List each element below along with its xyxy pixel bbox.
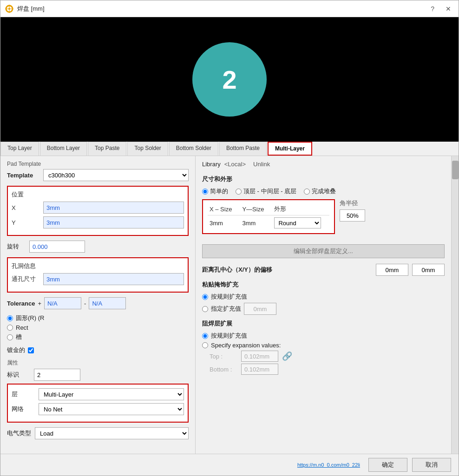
- size-table-container: X – Size Y—Size 外形 3mm 3mm: [202, 199, 445, 239]
- library-value: <Local>: [224, 161, 246, 168]
- tab-bottom-paste[interactable]: Bottom Paste: [219, 142, 267, 156]
- x-label: X: [12, 204, 39, 211]
- size-table-red-box: X – Size Y—Size 外形 3mm 3mm: [202, 199, 335, 234]
- hole-size-input[interactable]: [43, 273, 184, 285]
- hole-size-label: 通孔尺寸: [12, 275, 39, 283]
- solder-top-input[interactable]: [241, 351, 278, 362]
- tolerance-plus-sign: +: [38, 300, 41, 307]
- main-window: 焊盘 [mm] ? ✕ 2 Top Layer Bottom Layer Top…: [0, 0, 459, 476]
- template-select[interactable]: c300h300: [43, 169, 189, 181]
- left-panel: Pad Template Template c300h300 位置 X Y: [0, 156, 196, 454]
- radio-top-mid-bottom[interactable]: 顶层 - 中间层 - 底层: [236, 187, 296, 196]
- net-label: 网络: [12, 405, 35, 413]
- footer: https://m.n0_0.com/m0_22li 确定 取消: [0, 454, 459, 476]
- hole-shape-radio-group: 圆形(R) (R Rect 槽: [7, 314, 189, 341]
- title-bar-left: 焊盘 [mm]: [5, 5, 45, 13]
- offset-y-input[interactable]: [412, 264, 445, 276]
- link-icon[interactable]: 🔗: [282, 351, 292, 361]
- size-shape-section: 尺寸和外形 简单的 顶层 - 中间层 - 底层 完成堆叠: [202, 175, 445, 239]
- tolerance-row: Tolerance + -: [7, 297, 189, 309]
- position-title: 位置: [12, 190, 184, 199]
- paste-radio1[interactable]: 按规则扩充值: [202, 293, 445, 301]
- layer-row: 层 Multi-Layer: [12, 388, 184, 400]
- x-input[interactable]: [43, 202, 184, 214]
- pad-icon: [5, 5, 13, 13]
- plated-checkbox[interactable]: [28, 347, 34, 353]
- tab-multi-layer[interactable]: Multi-Layer: [268, 142, 312, 156]
- elec-type-select[interactable]: Load: [35, 427, 189, 439]
- shape-select[interactable]: Round Rectangular Octagonal Custom: [274, 217, 321, 228]
- tolerance-minus-input[interactable]: [89, 297, 126, 309]
- ok-button[interactable]: 确定: [368, 458, 407, 472]
- right-scrollbar[interactable]: [451, 156, 459, 454]
- pad-template-section: Pad Template Template c300h300: [7, 161, 189, 181]
- pad-template-title: Pad Template: [7, 161, 189, 167]
- hole-title: 孔洞信息: [12, 262, 184, 270]
- solder-radio2[interactable]: Specify expansion values:: [202, 342, 445, 349]
- y-input[interactable]: [43, 216, 184, 228]
- close-button[interactable]: ✕: [443, 4, 454, 13]
- radio-slot[interactable]: 槽: [7, 333, 189, 341]
- layer-label: 层: [12, 390, 35, 398]
- elec-type-label: 电气类型: [7, 429, 31, 437]
- radio-simple[interactable]: 简单的: [202, 187, 228, 196]
- elec-type-row: 电气类型 Load: [7, 427, 189, 439]
- cancel-button[interactable]: 取消: [412, 458, 451, 472]
- pad-number: 2: [222, 65, 236, 95]
- paste-value-input[interactable]: [244, 303, 276, 315]
- paste-section: 粘贴掩饰扩充 按规则扩充值 指定扩充值: [202, 280, 445, 315]
- net-select[interactable]: No Net: [39, 403, 184, 415]
- tolerance-plus-input[interactable]: [44, 297, 81, 309]
- solder-radio1[interactable]: 按规则扩充值: [202, 332, 445, 340]
- rotation-input[interactable]: [29, 241, 85, 253]
- paste-radio2[interactable]: 指定扩充值: [202, 303, 445, 315]
- tolerance-minus-sign: -: [84, 300, 86, 307]
- size-table-row: 3mm 3mm Round Rectangular Octagonal Cust…: [208, 215, 329, 231]
- solder-top-row: Top : 🔗: [210, 351, 445, 362]
- help-button[interactable]: ?: [428, 4, 437, 13]
- shape-cell: Round Rectangular Octagonal Custom: [272, 215, 329, 231]
- paste-radio-group: 按规则扩充值 指定扩充值: [202, 293, 445, 315]
- solder-bottom-label: Bottom :: [210, 366, 237, 373]
- y-label: Y: [12, 219, 39, 226]
- percent-input[interactable]: [340, 209, 365, 222]
- tab-bottom-layer[interactable]: Bottom Layer: [40, 142, 87, 156]
- library-title: Library: [202, 161, 221, 168]
- solder-bottom-row: Bottom :: [210, 364, 445, 375]
- y-size-cell: 3mm: [240, 215, 272, 231]
- y-size-header: Y—Size: [240, 203, 272, 215]
- paste-title: 粘贴掩饰扩充: [202, 280, 445, 289]
- unlink-button[interactable]: Unlink: [253, 161, 270, 168]
- window-title: 焊盘 [mm]: [17, 5, 45, 13]
- radio-round[interactable]: 圆形(R) (R: [7, 314, 189, 322]
- radio-rect[interactable]: Rect: [7, 324, 189, 331]
- net-row: 网络 No Net: [12, 403, 184, 415]
- plated-row: 镀金的: [7, 346, 189, 354]
- x-size-cell: 3mm: [208, 215, 240, 231]
- tab-top-solder[interactable]: Top Solder: [127, 142, 168, 156]
- tolerance-label: Tolerance: [7, 300, 35, 307]
- corner-area: 角半径: [340, 199, 365, 222]
- plated-label: 镀金的: [7, 346, 25, 354]
- size-shape-title: 尺寸和外形: [202, 175, 445, 183]
- title-bar: 焊盘 [mm] ? ✕: [0, 0, 459, 17]
- hole-size-row: 通孔尺寸: [12, 273, 184, 285]
- y-row: Y: [12, 216, 184, 228]
- id-row: 标识: [7, 369, 189, 381]
- library-row: Library <Local> Unlink: [202, 161, 445, 171]
- pad-preview-circle: 2: [192, 42, 267, 117]
- attributes-section: 属性 标识 层 Multi-Layer 网络: [7, 359, 189, 439]
- tab-top-paste[interactable]: Top Paste: [88, 142, 126, 156]
- tab-top-layer[interactable]: Top Layer: [0, 142, 39, 156]
- content-area: Pad Template Template c300h300 位置 X Y: [0, 156, 459, 454]
- radio-full-stack[interactable]: 完成堆叠: [304, 187, 336, 196]
- solder-bottom-input[interactable]: [241, 364, 278, 375]
- layer-select[interactable]: Multi-Layer: [39, 388, 184, 400]
- edit-all-button[interactable]: 编辑全部焊盘层定义...: [202, 244, 445, 258]
- footer-link[interactable]: https://m.n0_0.com/m0_22li: [297, 462, 360, 468]
- tab-bottom-solder[interactable]: Bottom Solder: [169, 142, 218, 156]
- id-input[interactable]: [34, 369, 80, 381]
- corner-radius-label: 角半径: [340, 199, 358, 208]
- offset-x-input[interactable]: [376, 264, 408, 276]
- layer-net-section: 层 Multi-Layer 网络 No Net: [7, 384, 189, 423]
